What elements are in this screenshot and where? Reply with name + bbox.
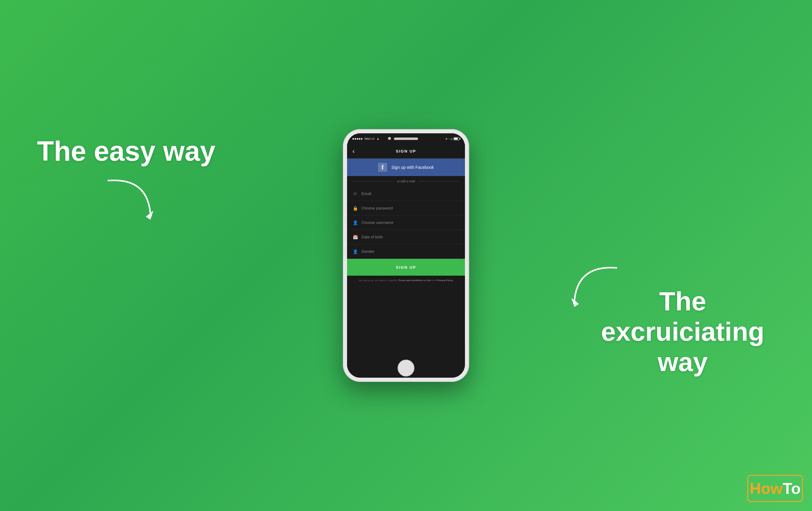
nav-title: SIGN UP bbox=[396, 149, 416, 154]
arrow-icon: ↑ bbox=[448, 137, 450, 140]
wifi-icon: ▲ bbox=[377, 137, 379, 140]
facebook-signup-button[interactable]: f Sign up with Facebook bbox=[347, 159, 465, 176]
email-label: Email bbox=[361, 191, 371, 196]
user-icon: 👤 bbox=[352, 220, 358, 225]
howto-text: HowTo bbox=[750, 479, 801, 497]
email-icon: ✉ bbox=[352, 191, 358, 196]
phone-speaker bbox=[394, 137, 418, 140]
signal-dots bbox=[352, 138, 362, 140]
phone-camera bbox=[388, 137, 391, 140]
status-left: Tele2 LV ▲ bbox=[352, 137, 379, 140]
battery-icon bbox=[454, 137, 460, 140]
signal-dot-3 bbox=[357, 138, 358, 140]
signal-dot-2 bbox=[354, 138, 356, 140]
location-icon: ⊕ bbox=[445, 137, 447, 140]
signal-dot-5 bbox=[361, 138, 362, 140]
signup-button[interactable]: SIGN UP bbox=[347, 259, 465, 276]
status-right: ⊕ ↑ ◎ bbox=[445, 137, 460, 140]
battery-fill bbox=[454, 138, 458, 140]
username-field-row[interactable]: 👤 Choose username bbox=[347, 215, 465, 230]
signal-dot-1 bbox=[352, 138, 354, 140]
form-fields: ✉ Email 🔒 Choose password 👤 Choose usern… bbox=[347, 187, 465, 259]
app-content: ‹ SIGN UP f Sign up with Facebook or wit… bbox=[347, 144, 465, 378]
gender-field-row[interactable]: 👤 Gender bbox=[347, 244, 465, 259]
privacy-link[interactable]: Privacy Policy bbox=[437, 279, 453, 282]
divider-text: or with e-mail bbox=[397, 180, 415, 183]
carrier-text: Tele2 LV bbox=[364, 137, 374, 140]
arrow-left-icon bbox=[99, 174, 160, 223]
dob-field-row[interactable]: 📅 Date of birth bbox=[347, 230, 465, 244]
nav-bar: ‹ SIGN UP bbox=[347, 144, 465, 159]
username-label: Choose username bbox=[361, 220, 394, 225]
password-label: Choose password bbox=[361, 206, 393, 210]
terms-text: By signing up, you agree to Spotify's Te… bbox=[347, 276, 465, 285]
howto-badge: HowTo bbox=[747, 475, 803, 502]
gender-label: Gender bbox=[361, 249, 374, 254]
terms-link[interactable]: Terms and conditions of Use bbox=[399, 279, 431, 282]
email-field-row[interactable]: ✉ Email bbox=[347, 187, 465, 201]
arrow-right-icon bbox=[559, 262, 626, 310]
password-field-row[interactable]: 🔒 Choose password bbox=[347, 201, 465, 215]
signup-button-label: SIGN UP bbox=[396, 265, 416, 270]
signal-dot-4 bbox=[359, 138, 360, 140]
calendar-icon: 📅 bbox=[352, 235, 358, 240]
facebook-button-label: Sign up with Facebook bbox=[391, 165, 434, 170]
phone-wrapper: Tele2 LV ▲ 11:33 ⊕ ↑ ◎ ‹ SIGN bbox=[343, 129, 469, 382]
divider-line-right bbox=[418, 181, 459, 182]
back-button[interactable]: ‹ bbox=[352, 148, 354, 155]
gender-icon: 👤 bbox=[352, 249, 358, 254]
or-divider: or with e-mail bbox=[347, 176, 465, 187]
facebook-icon: f bbox=[378, 163, 387, 172]
phone-home-button[interactable] bbox=[398, 360, 414, 376]
phone-outer: Tele2 LV ▲ 11:33 ⊕ ↑ ◎ ‹ SIGN bbox=[343, 129, 469, 382]
alarm-icon: ◎ bbox=[451, 137, 453, 140]
dob-label: Date of birth bbox=[361, 235, 383, 239]
easy-way-label: The easy way bbox=[37, 136, 215, 166]
phone-screen: Tele2 LV ▲ 11:33 ⊕ ↑ ◎ ‹ SIGN bbox=[347, 133, 465, 378]
divider-line-left bbox=[353, 181, 394, 182]
lock-icon: 🔒 bbox=[352, 206, 358, 211]
